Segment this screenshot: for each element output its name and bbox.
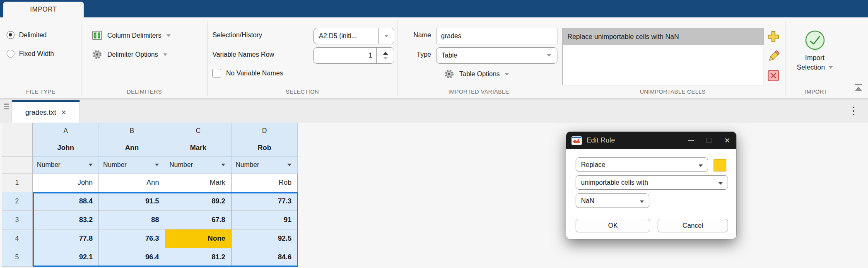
variable-name-A[interactable]: John bbox=[33, 139, 99, 157]
dialog-maximize-button[interactable] bbox=[700, 132, 718, 149]
rule-list-item-selected[interactable]: Replace unimportable cells with NaN bbox=[563, 28, 764, 45]
import-selection-button[interactable]: Import Selection bbox=[789, 30, 841, 96]
variable-names-row-spinner[interactable]: 1 bbox=[313, 47, 394, 64]
rule-target-dropdown[interactable]: unimportable cells with bbox=[576, 175, 728, 190]
chevron-down-icon bbox=[287, 164, 292, 166]
rule-action-dropdown[interactable]: Replace bbox=[576, 157, 708, 172]
column-delimiters-button[interactable]: Column Delimiters bbox=[92, 30, 171, 41]
cell-A4[interactable]: 77.8 bbox=[33, 229, 99, 248]
row-header-2[interactable]: 2 bbox=[2, 192, 33, 211]
section-label-file-type: FILE TYPE bbox=[0, 89, 82, 97]
unimportable-rules-list[interactable]: Replace unimportable cells with NaN bbox=[562, 28, 764, 85]
column-header-D[interactable]: D bbox=[231, 123, 298, 139]
cell-C5[interactable]: 81.2 bbox=[165, 248, 231, 267]
add-rule-button[interactable] bbox=[767, 30, 780, 43]
column-letter-row: A B C D bbox=[2, 123, 298, 139]
ok-button[interactable]: OK bbox=[576, 219, 650, 232]
delete-rule-button[interactable] bbox=[767, 69, 780, 82]
grid-row-4: 4 77.8 76.3 None 92.5 bbox=[2, 229, 298, 248]
cell-D5[interactable]: 84.6 bbox=[231, 248, 298, 267]
cell-B1[interactable]: Ann bbox=[99, 174, 165, 192]
rule-value-value: NaN bbox=[576, 197, 640, 205]
tab-grades-txt[interactable]: grades.txt ✕ bbox=[12, 100, 80, 123]
cell-A2[interactable]: 88.4 bbox=[33, 192, 99, 211]
type-dropdown[interactable]: Table bbox=[436, 47, 557, 64]
cell-C1[interactable]: Mark bbox=[165, 174, 231, 192]
cell-C4-unimportable[interactable]: None bbox=[165, 229, 231, 248]
tab-import[interactable]: IMPORT bbox=[3, 2, 84, 17]
cell-D2[interactable]: 77.3 bbox=[231, 192, 298, 211]
rule-target-value: unimportable cells with bbox=[576, 179, 719, 186]
table-options-button[interactable]: Table Options bbox=[444, 69, 509, 79]
chevron-down-icon bbox=[547, 54, 551, 57]
column-header-B[interactable]: B bbox=[99, 123, 165, 139]
radio-fixed-width[interactable]: Fixed Width bbox=[7, 50, 54, 58]
dialog-title-bar[interactable]: Edit Rule ✕ bbox=[566, 132, 736, 149]
dialog-close-button[interactable]: ✕ bbox=[718, 132, 736, 149]
cell-D1[interactable]: Rob bbox=[231, 174, 298, 192]
row-header-3[interactable]: 3 bbox=[2, 211, 33, 229]
dropdown-arrow-button[interactable] bbox=[378, 28, 394, 44]
type-dropdown-value: Table bbox=[436, 52, 541, 59]
spinner-up-icon[interactable] bbox=[383, 52, 388, 55]
name-input[interactable]: grades bbox=[436, 28, 557, 44]
cell-B2[interactable]: 91.5 bbox=[99, 192, 165, 211]
tab-strip-menu-button[interactable] bbox=[850, 103, 857, 119]
grid-row-2: 2 88.4 91.5 89.2 77.3 bbox=[2, 192, 298, 211]
spinner-arrows[interactable] bbox=[376, 48, 394, 63]
cell-C2[interactable]: 89.2 bbox=[165, 192, 231, 211]
ribbon: Delimited Fixed Width FILE TYPE Column D… bbox=[0, 17, 868, 99]
minimize-ribbon-button[interactable] bbox=[854, 84, 863, 93]
cell-A1[interactable]: John bbox=[33, 174, 99, 192]
type-selector-C[interactable]: Number bbox=[165, 157, 231, 174]
variable-name-B[interactable]: Ann bbox=[99, 139, 165, 157]
radio-delimited-circle-icon[interactable] bbox=[7, 31, 14, 39]
cell-B4[interactable]: 76.3 bbox=[99, 229, 165, 248]
no-variable-names-checkbox-row[interactable]: No Variable Names bbox=[212, 69, 283, 77]
divider bbox=[82, 21, 82, 96]
name-label: Name bbox=[404, 31, 431, 39]
type-selector-B[interactable]: Number bbox=[99, 157, 165, 174]
cell-D3[interactable]: 91 bbox=[231, 211, 298, 229]
row-header-1[interactable]: 1 bbox=[2, 174, 33, 192]
selection-history-value: A2:D5 (initi... bbox=[314, 32, 378, 40]
type-selector-A[interactable]: Number bbox=[33, 157, 99, 174]
dropdown-arrow-button[interactable] bbox=[541, 48, 557, 63]
cell-C3[interactable]: 67.8 bbox=[165, 211, 231, 229]
highlight-color-swatch[interactable] bbox=[714, 159, 726, 171]
spinner-down-icon[interactable] bbox=[383, 57, 388, 60]
selection-history-label: Selection/History bbox=[212, 31, 262, 39]
radio-fixed-width-circle-icon[interactable] bbox=[7, 50, 14, 58]
cell-A3[interactable]: 83.2 bbox=[33, 211, 99, 229]
column-delimiters-label: Column Delimiters bbox=[107, 32, 162, 39]
column-header-A[interactable]: A bbox=[33, 123, 99, 139]
variable-name-C[interactable]: Mark bbox=[165, 139, 231, 157]
delimiter-options-button[interactable]: Delimiter Options bbox=[92, 49, 167, 60]
divider bbox=[560, 21, 560, 96]
section-label-unimportable-cells: UNIMPORTABLE CELLS bbox=[560, 89, 786, 97]
grid-row-3: 3 83.2 88 67.8 91 bbox=[2, 211, 298, 229]
import-selection-label-1: Import bbox=[805, 54, 825, 62]
close-tab-icon[interactable]: ✕ bbox=[61, 109, 67, 116]
cancel-button[interactable]: Cancel bbox=[658, 219, 728, 232]
cell-A5[interactable]: 92.1 bbox=[33, 248, 99, 267]
column-header-C[interactable]: C bbox=[165, 123, 231, 139]
row-header-4[interactable]: 4 bbox=[2, 229, 33, 248]
cell-D4[interactable]: 92.5 bbox=[231, 229, 298, 248]
no-variable-names-checkbox[interactable] bbox=[212, 69, 221, 77]
collapse-arrow-icon bbox=[855, 87, 862, 91]
type-selector-D[interactable]: Number bbox=[231, 157, 298, 174]
chevron-down-icon bbox=[384, 35, 388, 37]
selection-history-dropdown[interactable]: A2:D5 (initi... bbox=[313, 28, 394, 44]
row-header-5[interactable]: 5 bbox=[2, 248, 33, 267]
cell-B3[interactable]: 88 bbox=[99, 211, 165, 229]
cell-B5[interactable]: 96.4 bbox=[99, 248, 165, 267]
edit-rule-button[interactable] bbox=[767, 49, 780, 63]
rule-value-dropdown[interactable]: NaN bbox=[576, 193, 649, 208]
dialog-minimize-button[interactable] bbox=[682, 132, 700, 149]
divider bbox=[786, 21, 786, 96]
radio-delimited[interactable]: Delimited bbox=[7, 31, 47, 39]
section-label-delimiters: DELIMITERS bbox=[82, 89, 207, 97]
panel-grip-icon[interactable] bbox=[4, 104, 9, 109]
variable-name-D[interactable]: Rob bbox=[231, 139, 298, 157]
